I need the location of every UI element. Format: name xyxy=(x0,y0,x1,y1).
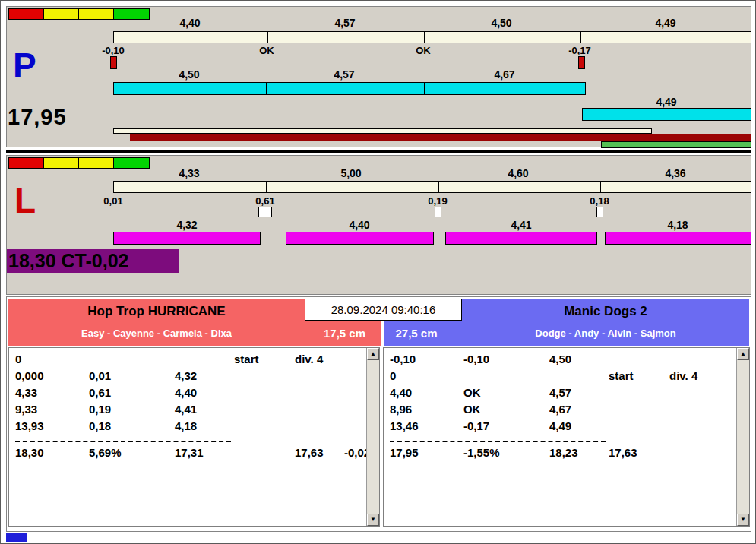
marker-label: -0,10 xyxy=(90,45,136,56)
table-cell: -0,17 xyxy=(463,419,549,436)
light-green-icon xyxy=(113,157,150,169)
table-cell xyxy=(234,386,295,403)
table-cell xyxy=(234,369,295,386)
timestamp: 28.09.2024 09:40:16 xyxy=(305,299,462,321)
run-split-bar xyxy=(113,232,261,245)
table-cell: 8,96 xyxy=(390,403,463,419)
right-table-scrollbar[interactable]: ▲ ▼ xyxy=(736,348,749,526)
table-cell: 4,57 xyxy=(549,386,609,403)
run-split-value: 4,32 xyxy=(149,219,225,231)
scroll-down-icon[interactable]: ▼ xyxy=(367,514,379,526)
table-cell xyxy=(463,369,549,386)
table-cell: 4,41 xyxy=(175,403,234,419)
table-cell xyxy=(669,386,719,403)
run-split-value: 4,40 xyxy=(321,219,397,231)
table-row: -0,10-0,104,50 xyxy=(390,353,734,369)
right-table-body: -0,10-0,104,500startdiv. 44,40OK4,578,96… xyxy=(384,348,749,436)
table-cell xyxy=(669,419,719,436)
table-cell xyxy=(295,403,344,419)
table-cell: 0 xyxy=(15,353,89,369)
table-cell xyxy=(344,403,364,419)
table-cell xyxy=(609,386,669,403)
bar-tick xyxy=(424,82,425,95)
marker-label: 0,01 xyxy=(90,195,136,207)
right-team-height: 27,5 cm xyxy=(386,327,447,340)
table-cell xyxy=(89,353,175,369)
bar-tick xyxy=(424,31,425,43)
table-cell xyxy=(609,403,669,419)
marker-label: 0,19 xyxy=(415,195,460,207)
marker-label: OK xyxy=(400,45,446,56)
table-separator xyxy=(390,441,606,442)
run-split-bar xyxy=(605,232,751,245)
lane-letter-p: P xyxy=(13,48,36,83)
table-cell xyxy=(719,419,734,436)
table-total-row: 18,30 5,69% 17,31 17,63 -0,02 xyxy=(9,446,379,463)
run-split-bar xyxy=(445,232,597,245)
table-cell: 18,30 xyxy=(15,446,89,463)
table-cell: 0,01 xyxy=(89,369,175,386)
table-row: 4,330,614,40 xyxy=(15,386,364,403)
run-split-value: 4,67 xyxy=(467,68,542,81)
table-cell xyxy=(344,386,364,403)
split-value: 4,40 xyxy=(152,17,228,29)
lane-total-highlight: 18,30 CT-0,02 xyxy=(7,249,179,273)
light-yellow-icon xyxy=(43,8,79,20)
table-cell: 0,19 xyxy=(89,403,175,419)
table-cell: -0,10 xyxy=(390,353,463,369)
run-split-bar xyxy=(113,82,586,95)
table-cell: 5,69% xyxy=(89,446,175,463)
table-cell xyxy=(669,353,719,369)
table-cell: 17,95 xyxy=(390,446,463,463)
split-value: 4,49 xyxy=(628,17,704,29)
table-cell: 4,50 xyxy=(549,353,609,369)
left-table-body: 0startdiv. 40,0000,014,324,330,614,409,3… xyxy=(9,348,379,436)
table-cell: 17,31 xyxy=(175,446,234,463)
bottom-blue-strip xyxy=(6,533,27,542)
right-team-name: Manic Dogs 2 xyxy=(462,304,749,319)
table-cell: 4,33 xyxy=(15,386,89,403)
table-cell: 4,67 xyxy=(549,403,609,419)
progress-bar-green xyxy=(601,141,751,148)
table-cell: OK xyxy=(463,386,549,403)
table-cell xyxy=(344,353,364,369)
table-cell xyxy=(344,419,364,436)
table-cell: 4,18 xyxy=(175,419,234,436)
run-split-value: 4,57 xyxy=(306,68,382,81)
right-team-members: Dodge - Andy - Alvin - Sajmon xyxy=(462,327,749,339)
table-cell xyxy=(344,369,364,386)
table-cell: OK xyxy=(463,403,549,419)
table-cell xyxy=(234,419,295,436)
light-yellow-icon xyxy=(78,157,114,169)
change-marker-icon xyxy=(258,207,272,217)
run-split-bar-last xyxy=(582,108,751,121)
table-cell xyxy=(295,386,344,403)
left-table-scrollbar[interactable]: ▲ ▼ xyxy=(366,348,379,526)
split-value: 4,50 xyxy=(463,17,539,29)
table-cell xyxy=(175,353,234,369)
scroll-down-icon[interactable]: ▼ xyxy=(737,514,749,526)
table-cell: 4,32 xyxy=(175,369,234,386)
left-team-height: 17,5 cm xyxy=(308,327,381,340)
table-separator xyxy=(15,441,231,442)
split-value: 4,60 xyxy=(480,167,556,179)
light-yellow-icon xyxy=(78,8,114,20)
table-cell xyxy=(669,446,719,463)
scroll-up-icon[interactable]: ▲ xyxy=(737,348,749,360)
table-total-row: 17,95 -1,55% 18,23 17,63 xyxy=(384,446,749,463)
bar-tick xyxy=(438,181,439,193)
bar-tick xyxy=(266,181,267,193)
change-marker-icon xyxy=(596,207,603,217)
table-cell: 4,40 xyxy=(390,386,463,403)
fault-marker-icon xyxy=(110,56,117,69)
table-cell xyxy=(295,369,344,386)
table-cell xyxy=(609,353,669,369)
table-cell: 0,61 xyxy=(89,386,175,403)
table-cell: 9,33 xyxy=(15,403,89,419)
table-cell: div. 4 xyxy=(295,353,344,369)
left-results-table: 0startdiv. 40,0000,014,324,330,614,409,3… xyxy=(8,347,380,527)
table-row: 0,0000,014,32 xyxy=(15,369,364,386)
table-row: 13,46-0,174,49 xyxy=(390,419,734,436)
light-red-icon xyxy=(8,8,44,20)
scroll-up-icon[interactable]: ▲ xyxy=(367,348,379,360)
